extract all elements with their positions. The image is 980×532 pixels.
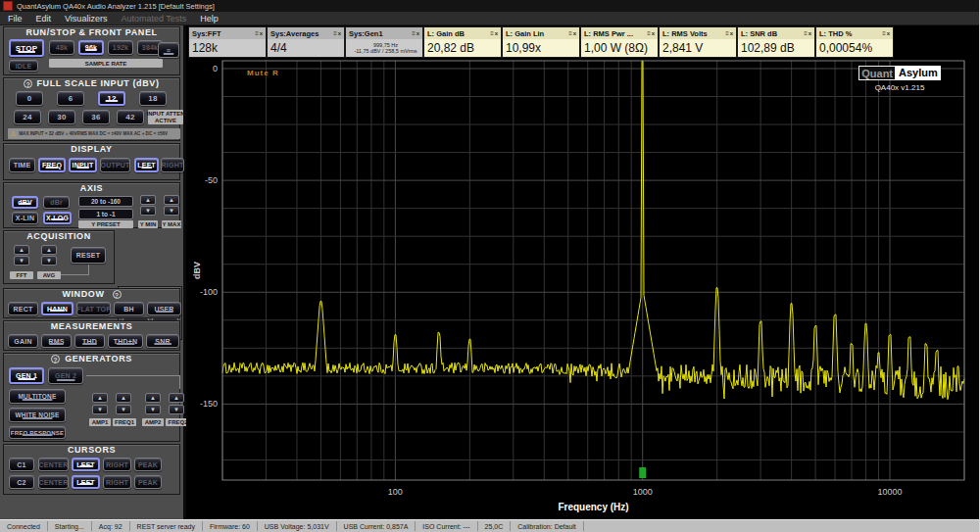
help-icon-window[interactable]: ? <box>113 290 122 299</box>
freq1-up-arrow-button[interactable]: ▲ <box>116 393 131 403</box>
fsi-6-button[interactable]: 6 <box>57 91 84 106</box>
cursor2-right-button[interactable]: RIGHT <box>103 475 131 489</box>
tile-menu-close-icons[interactable]: ≡x <box>333 30 342 36</box>
fsi-0-button[interactable]: 0 <box>16 91 43 106</box>
menu-help[interactable]: Help <box>200 14 219 24</box>
tile-menu-close-icons[interactable]: ≡x <box>725 30 734 36</box>
y-max-down-arrow-button[interactable]: ▼ <box>164 206 179 216</box>
cursor-c2-button[interactable]: C2 <box>9 475 34 489</box>
fsi-42-button[interactable]: 42 <box>117 110 144 124</box>
tile-menu-close-icons[interactable]: ≡x <box>804 30 812 36</box>
menu-edit[interactable]: Edit <box>36 14 52 24</box>
window-bh-button[interactable]: BH <box>114 302 144 315</box>
fsi-24-button[interactable]: 24 <box>14 110 41 124</box>
sample-rate-48k-button[interactable]: 48k <box>49 40 74 55</box>
generator-marker[interactable] <box>639 467 646 478</box>
meas-gain-button[interactable]: GAIN <box>8 334 38 348</box>
menu-visualizers[interactable]: Visualizers <box>65 14 107 24</box>
amp2-up-arrow-button[interactable]: ▲ <box>145 393 161 403</box>
fft-down-arrow-button[interactable]: ▼ <box>14 256 29 266</box>
cursor2-left-button[interactable]: LEFT <box>72 475 100 489</box>
cursor-c1-button[interactable]: C1 <box>9 458 34 471</box>
help-icon[interactable]: ? <box>24 79 32 88</box>
avg-up-arrow-button[interactable]: ▲ <box>41 245 57 255</box>
tile-gain-lin[interactable]: L: Gain Lin≡x 10,99x <box>503 27 579 57</box>
axis-dbr-button[interactable]: dBr <box>43 196 70 209</box>
cursor1-left-button[interactable]: LEFT <box>72 458 100 471</box>
y-max-up-arrow-button[interactable]: ▲ <box>164 195 179 205</box>
y-min-up-arrow-button[interactable]: ▲ <box>140 195 156 205</box>
meas-thd-button[interactable]: THD <box>74 334 105 348</box>
fsi-36-button[interactable]: 36 <box>82 110 110 124</box>
avg-down-arrow-button[interactable]: ▼ <box>41 256 57 266</box>
meas-rms-button[interactable]: RMS <box>41 334 72 348</box>
y-preset-lin-box[interactable]: 1 to -1 <box>78 209 133 219</box>
tile-sys-gen1[interactable]: Sys:Gen1≡x 999,75 Hz -11,75 dBV / 258,5 … <box>346 27 422 57</box>
tile-gain-db[interactable]: L: Gain dB≡x 20,82 dB <box>424 27 501 57</box>
fsi-18-button[interactable]: 18 <box>139 91 167 106</box>
front-panel-button[interactable]: ≡ <box>158 42 179 58</box>
multitone-button[interactable]: MULTITONE <box>9 389 66 404</box>
axis-xlog-button[interactable]: X-LOG <box>43 212 72 224</box>
title-bar: QuantAsylum QA40x Audio Analyzer 1.215 [… <box>0 0 980 12</box>
display-input-button[interactable]: INPUT <box>69 158 97 172</box>
reset-button[interactable]: RESET <box>71 247 106 264</box>
menu-file[interactable]: File <box>8 14 23 24</box>
white-noise-button[interactable]: WHITE NOISE <box>9 408 66 422</box>
tile-header: L: Gain Lin <box>506 29 544 38</box>
fsi-30-button[interactable]: 30 <box>48 110 75 124</box>
freq2-down-arrow-button[interactable]: ▼ <box>169 405 184 414</box>
freq2-up-arrow-button[interactable]: ▲ <box>169 393 184 403</box>
amp2-down-arrow-button[interactable]: ▼ <box>145 405 161 414</box>
sample-rate-192k-button[interactable]: 192k <box>108 40 133 55</box>
window-flattop-button[interactable]: FLAT TOP <box>76 302 111 315</box>
tile-snr-db[interactable]: L: SNR dB≡x 102,89 dB <box>738 27 814 57</box>
window-rect-button[interactable]: RECT <box>8 302 38 315</box>
display-output-button[interactable]: OUTPUT <box>100 158 130 172</box>
display-freq-button[interactable]: FREQ <box>38 158 66 172</box>
fft-chart[interactable]: 0-50-100-150100100010000Frequency (Hz)dB… <box>186 25 980 519</box>
idle-button[interactable]: IDLE <box>9 60 38 72</box>
display-right-button[interactable]: RIGHT <box>161 158 184 172</box>
window-hann-button[interactable]: HANN <box>41 302 74 315</box>
tile-menu-close-icons[interactable]: ≡x <box>647 30 656 36</box>
tile-rms-volts[interactable]: L: RMS Volts≡x 2,841 V <box>660 27 736 57</box>
y-min-down-arrow-button[interactable]: ▼ <box>140 206 156 216</box>
freq-response-button[interactable]: FREQ RESPONSE <box>9 426 66 439</box>
tile-menu-close-icons[interactable]: ≡x <box>255 30 264 36</box>
meas-thdn-button[interactable]: THD+N <box>108 334 143 348</box>
help-icon-generators[interactable]: ? <box>51 355 60 363</box>
section-title-full-scale: ?FULL SCALE INPUT (dBV) <box>4 78 179 89</box>
y-preset-range-box[interactable]: 20 to -160 <box>78 196 133 207</box>
tile-rms-power[interactable]: L: RMS Pwr ...≡x 1,00 W (8Ω) <box>581 27 658 57</box>
tile-sys-fft[interactable]: Sys:FFT≡x 128k <box>189 27 266 57</box>
display-time-button[interactable]: TIME <box>9 158 35 172</box>
gen-connector-h <box>86 375 180 376</box>
cursor2-center-button[interactable]: CENTER <box>38 475 69 489</box>
fft-up-arrow-button[interactable]: ▲ <box>14 245 29 255</box>
cursor1-right-button[interactable]: RIGHT <box>103 458 131 471</box>
axis-xlin-button[interactable]: X-LIN <box>12 212 38 224</box>
stop-button[interactable]: STOP <box>9 39 44 57</box>
cursor1-peak-button[interactable]: PEAK <box>134 458 162 471</box>
tile-header: L: THD % <box>819 29 852 38</box>
display-left-button[interactable]: LEFT <box>134 158 159 172</box>
cursor1-center-button[interactable]: CENTER <box>38 458 69 471</box>
freq1-down-arrow-button[interactable]: ▼ <box>116 405 131 414</box>
fsi-12-button[interactable]: 12 <box>98 91 125 106</box>
tile-thd-percent[interactable]: L: THD %≡x 0,00054% <box>816 27 893 57</box>
amp1-down-arrow-button[interactable]: ▼ <box>92 405 108 414</box>
tile-sys-averages[interactable]: Sys:Averages≡x 4/4 <box>268 27 344 57</box>
amp1-up-arrow-button[interactable]: ▲ <box>92 393 108 403</box>
axis-dbv-button[interactable]: dBV <box>12 196 38 209</box>
gen2-button[interactable]: GEN 2 <box>48 367 83 384</box>
cursor2-peak-button[interactable]: PEAK <box>134 475 162 489</box>
tile-menu-close-icons[interactable]: ≡x <box>568 30 577 36</box>
meas-snr-button[interactable]: SNR <box>146 334 179 348</box>
tile-menu-close-icons[interactable]: ≡x <box>490 30 499 36</box>
window-user-button[interactable]: USER <box>147 302 181 315</box>
sample-rate-96k-button[interactable]: 96k <box>78 40 104 55</box>
tile-menu-close-icons[interactable]: ≡x <box>882 30 891 36</box>
tile-menu-close-icons[interactable]: ≡x <box>412 30 420 36</box>
gen1-button[interactable]: GEN 1 <box>9 367 44 384</box>
